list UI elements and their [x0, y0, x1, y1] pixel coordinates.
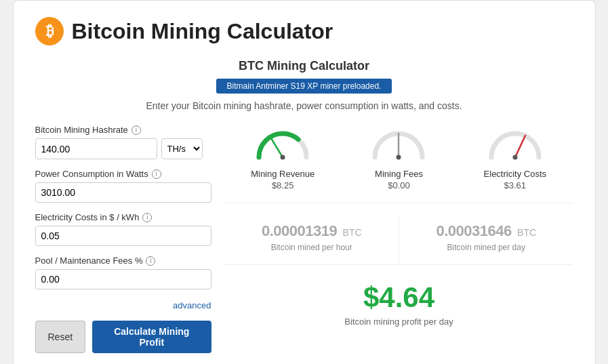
hashrate-label: Bitcoin Mining Hashrate i	[35, 125, 211, 135]
profit-amount: $4.64	[225, 281, 573, 314]
svg-line-2	[271, 138, 283, 157]
gauge-fees-label: Mining Fees	[358, 169, 439, 179]
electricity-info-icon[interactable]: i	[142, 213, 152, 222]
btc-hourly-amount: 0.00001319	[262, 222, 337, 239]
svg-point-5	[397, 155, 401, 160]
calc-header: BTC Mining Calculator Bitmain Antminer S…	[35, 59, 573, 111]
electricity-label: Electricity Costs in $ / kWh i	[35, 212, 211, 222]
svg-point-7	[512, 155, 517, 160]
hashrate-input-row: TH/s GH/s MH/s	[35, 138, 211, 159]
gauge-revenue-svg	[252, 125, 313, 162]
calc-subtitle: BTC Mining Calculator	[35, 59, 573, 73]
advanced-link-container: advanced	[35, 299, 211, 311]
hashrate-unit-select[interactable]: TH/s GH/s MH/s	[161, 138, 203, 159]
power-label: Power Consumption in Watts i	[35, 169, 211, 179]
gauge-fees-svg	[368, 125, 429, 162]
svg-text:₿: ₿	[45, 22, 53, 39]
pool-input[interactable]	[35, 269, 211, 289]
page-header: ₿ Bitcoin Mining Calculator	[35, 17, 573, 45]
gauge-electricity-svg	[485, 125, 546, 162]
bitcoin-icon: ₿	[35, 17, 64, 45]
hashrate-info-icon[interactable]: i	[131, 125, 141, 135]
calc-description: Enter your Bitcoin mining hashrate, powe…	[35, 100, 573, 111]
calculate-button[interactable]: Calculate Mining Profit	[92, 321, 211, 353]
gauge-electricity-label: Electricity Costs	[474, 169, 556, 179]
electricity-field-group: Electricity Costs in $ / kWh i	[35, 212, 211, 246]
btc-daily-desc: Bitcoin mined per day	[399, 243, 573, 252]
hashrate-field-group: Bitcoin Mining Hashrate i TH/s GH/s MH/s	[35, 125, 211, 159]
calculator-card: ₿ Bitcoin Mining Calculator BTC Mining C…	[13, 0, 596, 364]
gauge-revenue-value: $8.25	[242, 180, 323, 190]
gauge-electricity-value: $3.61	[474, 180, 556, 190]
btc-hourly-currency: BTC	[343, 227, 362, 238]
btc-daily-amount: 0.00031646	[436, 222, 511, 239]
electricity-input[interactable]	[35, 226, 211, 246]
advanced-link[interactable]: advanced	[173, 300, 211, 310]
btc-daily-currency: BTC	[517, 227, 536, 238]
profit-section: $4.64 Bitcoin mining profit per day	[225, 277, 573, 327]
power-field-group: Power Consumption in Watts i	[35, 169, 211, 203]
svg-line-6	[515, 136, 525, 157]
power-input[interactable]	[35, 182, 211, 203]
right-panel: Mining Revenue $8.25 Mining Fees $0.00	[225, 125, 573, 353]
gauge-mining-fees: Mining Fees $0.00	[358, 125, 439, 190]
svg-point-3	[281, 155, 285, 160]
left-panel: Bitcoin Mining Hashrate i TH/s GH/s MH/s…	[35, 125, 211, 353]
button-row: Reset Calculate Mining Profit	[35, 321, 211, 353]
gauge-electricity: Electricity Costs $3.61	[474, 125, 556, 190]
pool-field-group: Pool / Maintenance Fees % i	[35, 256, 211, 289]
pool-label: Pool / Maintenance Fees % i	[35, 256, 211, 266]
profit-description: Bitcoin mining profit per day	[225, 317, 573, 327]
reset-button[interactable]: Reset	[35, 321, 86, 353]
gauge-revenue-label: Mining Revenue	[242, 169, 323, 179]
gauge-mining-revenue: Mining Revenue $8.25	[242, 125, 323, 190]
btc-mined-hourly: 0.00001319 BTC Bitcoin mined per hour	[225, 216, 400, 264]
gauge-fees-value: $0.00	[358, 180, 439, 190]
page-title: Bitcoin Mining Calculator	[72, 19, 333, 44]
btc-mined-row: 0.00001319 BTC Bitcoin mined per hour 0.…	[225, 216, 573, 265]
gauges-row: Mining Revenue $8.25 Mining Fees $0.00	[225, 125, 573, 203]
pool-info-icon[interactable]: i	[146, 256, 155, 266]
hashrate-input[interactable]	[35, 138, 157, 159]
power-info-icon[interactable]: i	[152, 169, 161, 179]
preloaded-badge: Bitmain Antminer S19 XP miner preloaded.	[216, 79, 392, 94]
btc-hourly-desc: Bitcoin mined per hour	[225, 243, 399, 252]
main-layout: Bitcoin Mining Hashrate i TH/s GH/s MH/s…	[35, 125, 573, 353]
btc-mined-daily: 0.00031646 BTC Bitcoin mined per day	[399, 216, 573, 264]
